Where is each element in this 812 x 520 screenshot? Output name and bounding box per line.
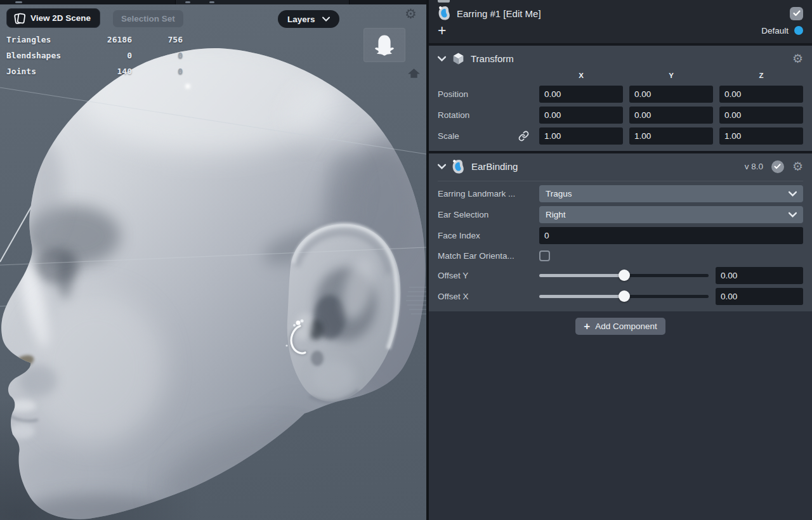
match-ear-orientation-label: Match Ear Orienta...: [438, 251, 533, 261]
object-enabled-checkbox[interactable]: [790, 7, 803, 20]
axis-header-z: Z: [719, 72, 803, 82]
selection-set-button[interactable]: Selection Set: [113, 10, 183, 27]
axis-header-y: Y: [629, 72, 713, 82]
mesh-stats: Triangles 26186 756 Blendshapes 0 0 Join…: [6, 32, 183, 79]
selection-set-label: Selection Set: [121, 14, 175, 23]
panel-divider[interactable]: [426, 0, 429, 520]
inspector-lower-area: + Add Component: [429, 311, 812, 520]
add-component-label: Add Component: [595, 322, 657, 331]
rotation-z-input[interactable]: 0.00: [719, 107, 803, 124]
view-2d-scene-button[interactable]: View 2D Scene: [6, 8, 100, 28]
rotation-y-input[interactable]: 0.00: [629, 107, 713, 124]
clipped-panel-title: [438, 0, 450, 3]
match-ear-orientation-checkbox[interactable]: [539, 250, 550, 261]
stats-row-triangles: Triangles 26186 756: [6, 32, 183, 48]
view-2d-scene-label: View 2D Scene: [30, 13, 91, 23]
earbinding-version: v 8.0: [745, 162, 763, 171]
position-label: Position: [438, 89, 533, 99]
earbinding-icon: [452, 159, 466, 174]
scale-label: Scale: [438, 131, 459, 141]
object-title: Earring #1 [Edit Me]: [457, 8, 541, 19]
inspector-panel: Earring #1 [Edit Me] + Default: [429, 0, 812, 520]
earbinding-settings-gear-icon[interactable]: ⚙: [792, 160, 803, 172]
divider: [438, 181, 803, 181]
offset-x-slider[interactable]: [539, 288, 709, 305]
scale-z-input[interactable]: 1.00: [719, 127, 803, 145]
earbinding-section: EarBinding v 8.0 ⚙ Earring Landmark ... …: [429, 153, 812, 311]
earbinding-enabled-checkbox[interactable]: [771, 160, 784, 173]
slider-track: [624, 274, 709, 277]
layer-color-dot[interactable]: [794, 26, 803, 35]
stat-value: 140: [90, 63, 132, 79]
stat-value: 0: [132, 48, 183, 63]
earring-landmark-label: Earring Landmark ...: [438, 189, 533, 198]
transform-cube-icon: [452, 52, 465, 65]
stat-label: Triangles: [6, 32, 90, 48]
viewport-settings-gear-icon[interactable]: ⚙: [405, 6, 417, 22]
offset-y-input[interactable]: 0.00: [716, 267, 803, 284]
object-header: Earring #1 [Edit Me] + Default: [429, 0, 812, 43]
stats-row-blendshapes: Blendshapes 0 0: [6, 48, 183, 63]
layers-dropdown[interactable]: Layers: [278, 10, 339, 28]
slider-track: [539, 274, 624, 277]
collapse-chevron-icon[interactable]: [438, 164, 446, 169]
slider-thumb[interactable]: [619, 290, 630, 302]
scale-y-input[interactable]: 1.00: [629, 127, 713, 145]
face-index-label: Face Index: [438, 231, 533, 240]
transform-settings-gear-icon[interactable]: ⚙: [792, 53, 803, 65]
check-icon: [774, 164, 781, 169]
add-component-button[interactable]: + Add Component: [575, 318, 665, 335]
rotation-label: Rotation: [438, 110, 533, 120]
axis-header-x: X: [539, 72, 623, 82]
stat-value: 0: [132, 63, 183, 79]
earring-object-icon: [438, 6, 452, 21]
viewport-home-icon[interactable]: [406, 65, 422, 84]
3d-viewport[interactable]: View 2D Scene Selection Set Layers Trian…: [0, 0, 426, 520]
offset-x-input[interactable]: 0.00: [716, 288, 803, 305]
transform-section: Transform ⚙ X Y Z Position 0.00 0.00 0.0…: [429, 46, 812, 151]
earbinding-title: EarBinding: [471, 161, 518, 172]
link-icon[interactable]: [518, 131, 529, 141]
stat-label: Joints: [6, 63, 90, 79]
stat-label: Blendshapes: [6, 48, 90, 63]
face-index-input[interactable]: 0: [539, 227, 803, 244]
stats-row-joints: Joints 140 0: [6, 63, 183, 79]
lens-studio-window: View 2D Scene Selection Set Layers Trian…: [0, 0, 812, 520]
check-icon: [793, 10, 801, 16]
chevron-down-icon: [789, 212, 797, 218]
offset-y-slider[interactable]: [539, 267, 709, 284]
transform-title: Transform: [471, 53, 514, 64]
ear-selection-dropdown[interactable]: Right: [539, 206, 803, 223]
stat-value: 26186: [90, 32, 132, 48]
scale-x-input[interactable]: 1.00: [539, 127, 623, 145]
slider-track: [539, 295, 624, 298]
snapchat-preview-thumbnail[interactable]: [363, 28, 405, 62]
offset-x-label: Offset X: [438, 292, 533, 301]
position-z-input[interactable]: 0.00: [719, 86, 803, 103]
snapchat-ghost-icon: [373, 32, 396, 58]
transform-grid: X Y Z Position 0.00 0.00 0.00 Rotation 0…: [438, 72, 803, 145]
offset-y-label: Offset Y: [438, 271, 533, 280]
ear-selection-label: Ear Selection: [438, 210, 533, 219]
slider-thumb[interactable]: [619, 270, 630, 281]
position-x-input[interactable]: 0.00: [539, 86, 623, 103]
layers-label: Layers: [287, 15, 315, 24]
collapse-chevron-icon[interactable]: [438, 56, 446, 62]
earring-landmark-value: Tragus: [546, 189, 572, 198]
chevron-down-icon: [789, 191, 797, 197]
rotation-x-input[interactable]: 0.00: [539, 107, 623, 124]
stat-value: 756: [132, 32, 183, 48]
earring-landmark-dropdown[interactable]: Tragus: [539, 185, 803, 202]
scene-panels-icon: [13, 12, 25, 25]
chevron-down-icon: [322, 16, 330, 22]
default-layer-label: Default: [761, 26, 789, 36]
stat-value: 0: [90, 48, 132, 63]
plus-icon: +: [584, 321, 590, 332]
add-object-button[interactable]: +: [438, 23, 446, 37]
ear-selection-value: Right: [546, 210, 566, 219]
slider-track: [624, 295, 709, 298]
position-y-input[interactable]: 0.00: [629, 86, 713, 103]
